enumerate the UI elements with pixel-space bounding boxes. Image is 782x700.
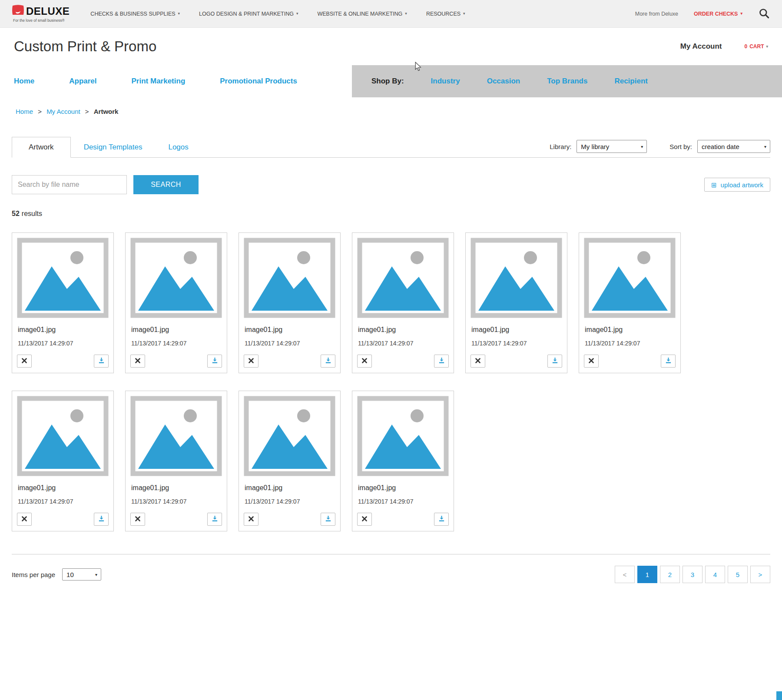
image-placeholder-icon bbox=[244, 238, 335, 318]
download-icon bbox=[665, 357, 672, 365]
file-timestamp: 11/13/2017 14:29:07 bbox=[357, 340, 449, 347]
tab-logos[interactable]: Logos bbox=[155, 137, 201, 157]
tab-design-templates[interactable]: Design Templates bbox=[71, 137, 156, 157]
artwork-card: image01.jpg 11/13/2017 14:29:07 bbox=[239, 232, 341, 373]
pagination-page-2[interactable]: 2 bbox=[660, 566, 680, 583]
delete-artwork-button[interactable] bbox=[357, 513, 372, 526]
cart-count: 0 bbox=[744, 43, 747, 50]
pagination-next-button[interactable]: > bbox=[750, 566, 770, 583]
nav-industry[interactable]: Industry bbox=[431, 77, 460, 86]
breadcrumb-home[interactable]: Home bbox=[16, 108, 33, 115]
search-input[interactable] bbox=[12, 175, 127, 194]
download-artwork-button[interactable] bbox=[321, 355, 335, 368]
pagination-prev-button[interactable]: < bbox=[615, 566, 635, 583]
topnav-resources[interactable]: RESOURCES ▾ bbox=[426, 11, 465, 17]
file-timestamp: 11/13/2017 14:29:07 bbox=[130, 498, 222, 505]
download-icon bbox=[98, 357, 105, 365]
site-search-button[interactable] bbox=[758, 7, 770, 20]
library-select[interactable]: My library bbox=[577, 140, 647, 153]
artwork-card: image01.jpg 11/13/2017 14:29:07 bbox=[352, 391, 454, 531]
pagination-page-1[interactable]: 1 bbox=[637, 566, 657, 583]
upload-artwork-button[interactable]: ⊞ upload artwork bbox=[704, 178, 770, 192]
pagination-page-4[interactable]: 4 bbox=[705, 566, 725, 583]
delete-artwork-button[interactable] bbox=[471, 355, 485, 368]
topnav-website-online-marketing[interactable]: WEBSITE & ONLINE MARKETING ▾ bbox=[317, 11, 407, 17]
more-from-deluxe-link[interactable]: More from Deluxe bbox=[635, 11, 678, 17]
download-artwork-button[interactable] bbox=[434, 355, 449, 368]
footer-divider bbox=[12, 554, 770, 554]
close-icon bbox=[249, 358, 254, 365]
site-header: Custom Print & Promo My Account 0 CART ▾ bbox=[0, 28, 782, 65]
logo-wordmark: DELUXE bbox=[26, 5, 70, 17]
items-per-page-select[interactable]: 10 bbox=[62, 568, 101, 581]
topnav-checks-business-supplies[interactable]: CHECKS & BUSINESS SUPPLIES ▾ bbox=[90, 11, 180, 17]
topnav-logo-design-print-marketing[interactable]: LOGO DESIGN & PRINT MARKETING ▾ bbox=[199, 11, 298, 17]
cart-link[interactable]: 0 CART ▾ bbox=[744, 43, 768, 50]
library-label: Library: bbox=[550, 143, 571, 150]
download-artwork-button[interactable] bbox=[207, 513, 222, 526]
caret-down-icon: ▾ bbox=[463, 12, 465, 16]
sort-by-select[interactable]: creation date bbox=[697, 140, 770, 153]
site-title: Custom Print & Promo bbox=[14, 38, 156, 55]
order-checks-link[interactable]: ORDER CHECKS ▾ bbox=[694, 11, 742, 17]
download-icon bbox=[438, 357, 445, 365]
nav-occasion[interactable]: Occasion bbox=[487, 77, 520, 86]
file-timestamp: 11/13/2017 14:29:07 bbox=[244, 340, 335, 347]
pagination-page-3[interactable]: 3 bbox=[683, 566, 702, 583]
deluxe-logo[interactable]: DELUXE For the love of small business® bbox=[12, 5, 70, 23]
file-timestamp: 11/13/2017 14:29:07 bbox=[244, 498, 335, 505]
file-name: image01.jpg bbox=[357, 326, 449, 334]
top-nav-menu: CHECKS & BUSINESS SUPPLIES ▾ LOGO DESIGN… bbox=[90, 11, 465, 17]
search-button[interactable]: SEARCH bbox=[133, 175, 199, 194]
delete-artwork-button[interactable] bbox=[357, 355, 372, 368]
delete-artwork-button[interactable] bbox=[17, 355, 32, 368]
image-placeholder-icon bbox=[584, 238, 676, 318]
delete-artwork-button[interactable] bbox=[244, 355, 258, 368]
download-artwork-button[interactable] bbox=[434, 513, 449, 526]
nav-apparel[interactable]: Apparel bbox=[69, 77, 96, 86]
nav-recipient[interactable]: Recipient bbox=[614, 77, 648, 86]
close-icon bbox=[475, 358, 480, 365]
download-icon bbox=[552, 357, 558, 365]
delete-artwork-button[interactable] bbox=[130, 355, 145, 368]
pagination: < 1 2 3 4 5 > bbox=[615, 566, 770, 583]
download-icon bbox=[438, 515, 445, 523]
tab-artwork[interactable]: Artwork bbox=[12, 137, 71, 158]
delete-artwork-button[interactable] bbox=[130, 513, 145, 526]
nav-print-marketing[interactable]: Print Marketing bbox=[132, 77, 186, 86]
download-artwork-button[interactable] bbox=[94, 355, 109, 368]
download-icon bbox=[212, 357, 218, 365]
close-icon bbox=[22, 358, 27, 365]
artwork-card: image01.jpg 11/13/2017 14:29:07 bbox=[12, 232, 114, 373]
download-artwork-button[interactable] bbox=[661, 355, 676, 368]
download-artwork-button[interactable] bbox=[321, 513, 335, 526]
breadcrumb-my-account[interactable]: My Account bbox=[46, 108, 80, 115]
delete-artwork-button[interactable] bbox=[17, 513, 32, 526]
artwork-grid: image01.jpg 11/13/2017 14:29:07 bbox=[12, 232, 770, 531]
close-icon bbox=[22, 516, 27, 523]
file-name: image01.jpg bbox=[471, 326, 562, 334]
file-timestamp: 11/13/2017 14:29:07 bbox=[17, 340, 109, 347]
main-content: Artwork Design Templates Logos Library: … bbox=[0, 137, 782, 603]
artwork-card: image01.jpg 11/13/2017 14:29:07 bbox=[125, 232, 227, 373]
download-artwork-button[interactable] bbox=[94, 513, 109, 526]
my-account-link[interactable]: My Account bbox=[680, 42, 722, 51]
delete-artwork-button[interactable] bbox=[244, 513, 258, 526]
caret-down-icon: ▾ bbox=[766, 45, 768, 49]
nav-promotional-products[interactable]: Promotional Products bbox=[220, 77, 297, 86]
caret-down-icon: ▾ bbox=[178, 12, 180, 16]
download-artwork-button[interactable] bbox=[547, 355, 562, 368]
top-utility-bar: DELUXE For the love of small business® C… bbox=[0, 0, 782, 28]
pagination-page-5[interactable]: 5 bbox=[728, 566, 748, 583]
nav-home[interactable]: Home bbox=[14, 77, 34, 86]
delete-artwork-button[interactable] bbox=[584, 355, 599, 368]
caret-down-icon: ▾ bbox=[740, 12, 742, 16]
close-icon bbox=[135, 516, 140, 523]
results-label: results bbox=[22, 210, 42, 217]
nav-top-brands[interactable]: Top Brands bbox=[547, 77, 587, 86]
card-actions bbox=[130, 513, 222, 526]
file-name: image01.jpg bbox=[357, 484, 449, 492]
tabs-row: Artwork Design Templates Logos Library: … bbox=[12, 137, 770, 158]
download-artwork-button[interactable] bbox=[207, 355, 222, 368]
image-placeholder-icon bbox=[130, 238, 222, 318]
